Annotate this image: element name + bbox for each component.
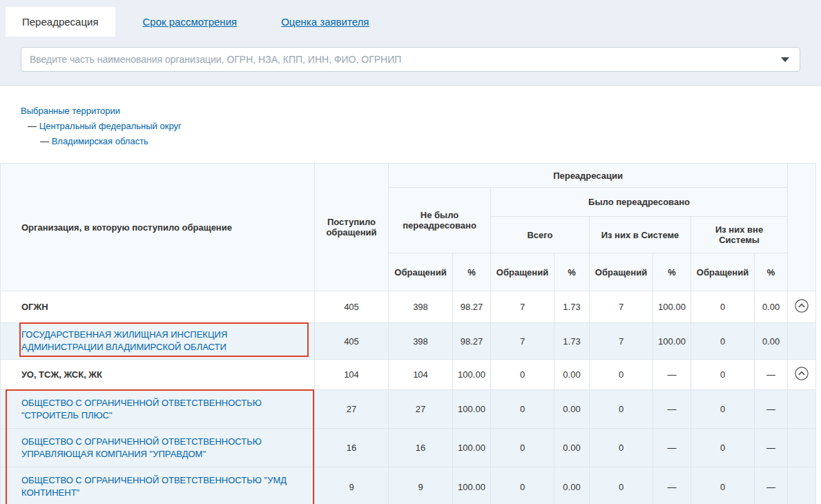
search-input[interactable] [21, 47, 800, 72]
col-header-percent: % [453, 253, 491, 291]
org-link[interactable]: ОБЩЕСТВО С ОГРАНИЧЕННОЙ ОТВЕТСТВЕННОСТЬЮ… [21, 436, 262, 459]
in-system-percent-cell: 100.00 [653, 323, 691, 360]
out-system-appeals-cell: 0 [691, 291, 755, 323]
total-appeals-cell: 0 [491, 429, 554, 467]
org-link[interactable]: ОБЩЕСТВО С ОГРАНИЧЕННОЙ ОТВЕТСТВЕННОСТЬЮ… [21, 398, 262, 420]
out-system-percent-cell: — [755, 429, 788, 467]
table-row: УО, ТСЖ, ЖСК, ЖК 104 104 100.00 0 0.00 0… [1, 360, 816, 390]
in-system-appeals-cell: 0 [590, 360, 653, 390]
collapse-cell [788, 467, 816, 504]
tab-applicant-rating[interactable]: Оценка заявителя [264, 7, 385, 37]
collapse-cell [788, 291, 816, 323]
col-header-received: Поступило обращений [315, 164, 389, 291]
collapse-cell [788, 360, 816, 390]
territory-link-federal-district[interactable]: Центральный федеральный округ [39, 121, 182, 131]
received-cell: 9 [315, 467, 389, 504]
table-row: ГОСУДАРСТВЕННАЯ ЖИЛИЩНАЯ ИНСПЕКЦИЯ АДМИН… [1, 323, 816, 360]
total-percent-cell: 1.73 [554, 291, 590, 323]
total-percent-cell: 0.00 [554, 429, 590, 467]
not-redirected-appeals-cell: 16 [389, 429, 453, 467]
org-cell: ОБЩЕСТВО С ОГРАНИЧЕННОЙ ОТВЕТСТВЕННОСТЬЮ… [1, 467, 315, 504]
org-cell: ОБЩЕСТВО С ОГРАНИЧЕННОЙ ОТВЕТСТВЕННОСТЬЮ… [1, 390, 315, 429]
org-cell: ОБЩЕСТВО С ОГРАНИЧЕННОЙ ОТВЕТСТВЕННОСТЬЮ… [1, 429, 315, 467]
in-system-percent-cell: — [653, 467, 691, 504]
col-header-percent: % [554, 253, 590, 291]
out-system-appeals-cell: 0 [691, 323, 755, 360]
total-percent-cell: 0.00 [554, 360, 590, 390]
in-system-appeals-cell: 0 [590, 390, 653, 429]
col-header-redirected: Было переадресовано [491, 188, 788, 217]
total-appeals-cell: 0 [491, 467, 554, 504]
col-header-organization: Организация, в которую поступило обращен… [1, 164, 315, 291]
col-header-not-redirected: Не было переадресовано [389, 188, 491, 253]
out-system-percent-cell: — [755, 467, 788, 504]
tab-redirection[interactable]: Переадресация [6, 7, 115, 37]
col-header-appeals: Обращений [491, 253, 554, 291]
not-redirected-percent-cell: 100.00 [453, 390, 491, 429]
col-header-percent: % [653, 253, 691, 291]
in-system-appeals-cell: 7 [590, 291, 653, 323]
org-cell: УО, ТСЖ, ЖСК, ЖК [1, 360, 315, 390]
out-system-appeals-cell: 0 [691, 360, 755, 390]
in-system-percent-cell: — [653, 429, 691, 467]
received-cell: 405 [315, 323, 389, 360]
col-header-redirections: Переадресации [389, 164, 788, 188]
chevron-down-icon[interactable] [781, 57, 789, 62]
not-redirected-percent-cell: 100.00 [453, 360, 491, 390]
received-cell: 405 [315, 291, 389, 323]
collapse-cell [788, 390, 816, 429]
collapse-cell [788, 429, 816, 467]
collapse-chevron-up-icon[interactable] [794, 366, 809, 381]
out-system-percent-cell: — [755, 360, 788, 390]
out-system-percent-cell: — [755, 390, 788, 429]
out-system-appeals-cell: 0 [691, 429, 755, 467]
total-appeals-cell: 7 [491, 323, 554, 360]
org-link[interactable]: ГОСУДАРСТВЕННАЯ ЖИЛИЩНАЯ ИНСПЕКЦИЯ АДМИН… [21, 329, 227, 352]
table-row: ОБЩЕСТВО С ОГРАНИЧЕННОЙ ОТВЕТСТВЕННОСТЬЮ… [1, 467, 816, 504]
received-cell: 104 [315, 360, 389, 390]
table-row: ОГЖН 405 398 98.27 7 1.73 7 100.00 0 0.0… [1, 291, 816, 323]
not-redirected-appeals-cell: 398 [389, 291, 453, 323]
org-link[interactable]: ОБЩЕСТВО С ОГРАНИЧЕННОЙ ОТВЕТСТВЕННОСТЬЮ… [21, 475, 287, 498]
tab-review-period[interactable]: Срок рассмотрения [126, 7, 254, 37]
top-panel: Переадресация Срок рассмотрения Оценка з… [0, 0, 821, 86]
total-percent-cell: 0.00 [554, 467, 590, 504]
selected-territories-link[interactable]: Выбранные территории [21, 106, 120, 116]
not-redirected-percent-cell: 98.27 [453, 291, 491, 323]
total-appeals-cell: 0 [491, 360, 554, 390]
col-header-appeals: Обращений [691, 253, 755, 291]
col-header-percent: % [755, 253, 788, 291]
table-row: ОБЩЕСТВО С ОГРАНИЧЕННОЙ ОТВЕТСТВЕННОСТЬЮ… [1, 390, 816, 429]
col-header-appeals: Обращений [389, 253, 453, 291]
not-redirected-appeals-cell: 104 [389, 360, 453, 390]
col-header-out-system: Из них вне Системы [691, 217, 788, 253]
not-redirected-percent-cell: 100.00 [453, 429, 491, 467]
col-header-appeals: Обращений [590, 253, 653, 291]
collapse-cell [788, 323, 816, 360]
in-system-percent-cell: — [653, 390, 691, 429]
out-system-percent-cell: 0.00 [755, 291, 788, 323]
not-redirected-appeals-cell: 9 [389, 467, 453, 504]
out-system-appeals-cell: 0 [691, 467, 755, 504]
selected-territories: Выбранные территории — Центральный федер… [21, 104, 821, 149]
total-appeals-cell: 7 [491, 291, 554, 323]
collapse-chevron-up-icon[interactable] [794, 298, 809, 313]
out-system-appeals-cell: 0 [691, 390, 755, 429]
not-redirected-percent-cell: 100.00 [453, 467, 491, 504]
table-row: ОБЩЕСТВО С ОГРАНИЧЕННОЙ ОТВЕТСТВЕННОСТЬЮ… [1, 429, 816, 467]
received-cell: 27 [315, 390, 389, 429]
in-system-percent-cell: — [653, 360, 691, 390]
in-system-appeals-cell: 0 [590, 467, 653, 504]
not-redirected-percent-cell: 98.27 [453, 323, 491, 360]
tree-dash: — [28, 121, 39, 131]
received-cell: 16 [315, 429, 389, 467]
tree-dash: — [40, 136, 52, 146]
total-percent-cell: 1.73 [554, 323, 590, 360]
total-appeals-cell: 0 [491, 390, 554, 429]
org-cell: ОГЖН [1, 291, 315, 323]
redirections-table: Организация, в которую поступило обращен… [0, 163, 821, 504]
col-header-total: Всего [491, 217, 590, 253]
search-area [0, 37, 821, 85]
not-redirected-appeals-cell: 27 [389, 390, 453, 429]
territory-link-region[interactable]: Владимирская область [52, 136, 148, 146]
